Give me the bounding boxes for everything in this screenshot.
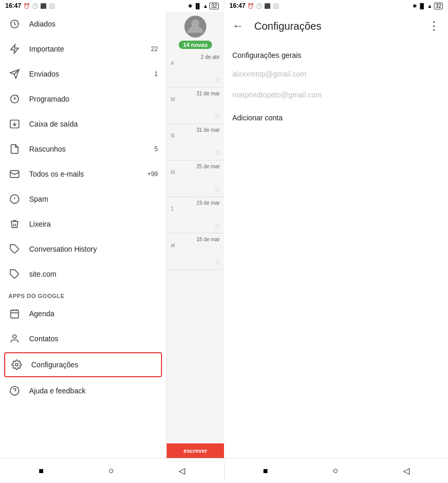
compose-button[interactable]: escrever	[167, 443, 224, 458]
email-list-item[interactable]: 18 de mar al ☆	[167, 233, 224, 270]
svg-point-17	[16, 364, 18, 366]
user-avatar[interactable]	[184, 16, 206, 38]
new-emails-badge: 14 novas	[179, 41, 211, 49]
drawer-item-configuracoes[interactable]: Configurações	[4, 352, 162, 377]
importante-label: Importante	[29, 45, 151, 53]
label-outline-icon-2	[8, 268, 21, 280]
left-nav-section: ■ ○ ◁	[0, 459, 224, 483]
rascunhos-badge: 5	[154, 145, 158, 153]
star-icon[interactable]: ☆	[214, 112, 221, 120]
drawer-item-rascunhos[interactable]: Rascunhos 5	[0, 137, 166, 162]
general-settings-label[interactable]: Configurações gerais	[224, 45, 448, 64]
caixa-saida-label: Caixa de saída	[29, 120, 158, 128]
settings-title: Configurações	[254, 20, 428, 32]
email-snippet: al	[171, 242, 220, 253]
home-button-right[interactable]: ○	[333, 465, 339, 476]
email-date: 2 de abr	[171, 54, 220, 60]
email-list-item[interactable]: 31 de mar bl ☆	[167, 88, 224, 124]
email-list-item[interactable]: 31 de mar N ☆	[167, 124, 224, 160]
account-email-2: maqxredtopeto@gmail.com	[232, 91, 321, 99]
back-button-right[interactable]: ◁	[403, 466, 409, 476]
spam-label: Spam	[29, 195, 158, 203]
drawer-item-spam[interactable]: Spam	[0, 187, 166, 212]
email-date: 31 de mar	[171, 127, 220, 133]
clock-outline-icon	[8, 18, 21, 30]
draft-icon	[8, 143, 21, 155]
email-list-item[interactable]: 25 de mar bl ☆	[167, 160, 224, 197]
back-button-left[interactable]: ◁	[179, 466, 185, 476]
conversation-history-label: Conversation History	[29, 245, 158, 253]
agenda-label: Agenda	[29, 309, 158, 318]
screen-icon-r: ⬛	[264, 3, 270, 9]
site-com-label: site.com	[29, 270, 158, 278]
drawer-item-programado[interactable]: Programado	[0, 86, 166, 112]
google-apps-header: APPS DO GOOGLE	[0, 287, 166, 301]
right-nav-section: ■ ○ ◁	[225, 459, 449, 483]
drawer-item-conversation-history[interactable]: Conversation History	[0, 237, 166, 262]
email-date: 18 de mar	[171, 237, 220, 242]
contatos-label: Contatos	[29, 335, 158, 343]
label-important-icon	[8, 43, 21, 55]
drawer-item-adiados[interactable]: Adiados	[0, 11, 166, 36]
adiados-label: Adiados	[29, 20, 158, 28]
drawer-item-agenda[interactable]: Agenda	[0, 301, 166, 326]
settings-header: ← Configurações ⋮	[224, 11, 448, 41]
alarm-icon-r: ⏰	[247, 3, 254, 9]
enviados-badge: 1	[154, 70, 158, 78]
all-mail-icon	[8, 168, 21, 180]
battery-display: 32	[209, 3, 218, 9]
email-list-item[interactable]: 19 de mar 1 ☆	[167, 197, 224, 233]
add-account-button[interactable]: Adicionar conta	[224, 105, 448, 130]
svg-line-5	[17, 95, 18, 96]
trash-icon	[8, 218, 21, 230]
todos-label: Todos os e-mails	[29, 170, 147, 178]
spam-icon	[8, 193, 21, 205]
svg-point-16	[13, 335, 17, 339]
star-icon[interactable]: ☆	[214, 258, 221, 266]
account-item-1[interactable]: alxxxretop@gmail.com	[224, 64, 448, 84]
email-snippet: bl	[171, 169, 220, 180]
stop-button-left[interactable]: ■	[39, 466, 44, 476]
wifi-icon-r: ▲	[427, 3, 432, 9]
screen-icon: ⬛	[40, 3, 46, 9]
label-outline-icon	[8, 243, 21, 255]
importante-badge: 22	[151, 45, 158, 53]
drawer-item-todos[interactable]: Todos os e-mails +99	[0, 162, 166, 187]
outbox-icon	[8, 118, 21, 130]
star-icon[interactable]: ☆	[214, 76, 221, 84]
bottom-navigation: ■ ○ ◁ ■ ○ ◁	[0, 458, 448, 483]
more-options-button[interactable]: ⋮	[428, 19, 440, 33]
send-icon	[8, 68, 21, 80]
clock-icon-r: 🕐	[256, 3, 262, 9]
drawer-item-lixeira[interactable]: Lixeira	[0, 212, 166, 237]
star-icon[interactable]: ☆	[214, 148, 221, 157]
email-date: 19 de mar	[171, 200, 220, 206]
drawer-item-importante[interactable]: Importante 22	[0, 36, 166, 61]
email-date: 31 de mar	[171, 91, 220, 96]
calendar-icon	[8, 307, 21, 320]
time-right: 16:47	[230, 2, 246, 9]
drawer-item-caixa-saida[interactable]: Caixa de saída	[0, 112, 166, 137]
help-icon	[8, 385, 21, 397]
cast-icon-r: ⬜	[272, 3, 279, 9]
stop-button-right[interactable]: ■	[263, 466, 268, 476]
contacts-icon	[8, 332, 21, 345]
email-date: 25 de mar	[171, 164, 220, 169]
drawer-item-ajuda[interactable]: Ajuda e feedback	[0, 378, 166, 403]
ajuda-label: Ajuda e feedback	[29, 387, 158, 395]
svg-rect-12	[11, 310, 19, 318]
email-list-panel: 14 novas 2 de abr a ☆ 31 de mar bl ☆ 31 …	[167, 11, 224, 458]
back-button[interactable]: ←	[232, 19, 244, 33]
account-item-2[interactable]: maqxredtopeto@gmail.com	[224, 84, 448, 105]
settings-panel: ← Configurações ⋮ Configurações gerais a…	[224, 11, 448, 458]
wifi-icon: ▲	[203, 3, 208, 9]
clock-icon: 🕐	[32, 3, 38, 9]
star-icon[interactable]: ☆	[214, 185, 221, 193]
account-email-1: alxxxretop@gmail.com	[232, 70, 306, 78]
home-button-left[interactable]: ○	[108, 465, 114, 476]
drawer-item-enviados[interactable]: Enviados 1	[0, 61, 166, 86]
star-icon[interactable]: ☆	[214, 221, 221, 230]
email-list-item[interactable]: 2 de abr a ☆	[167, 51, 224, 88]
drawer-item-contatos[interactable]: Contatos	[0, 326, 166, 351]
drawer-item-site-com[interactable]: site.com	[0, 262, 166, 287]
